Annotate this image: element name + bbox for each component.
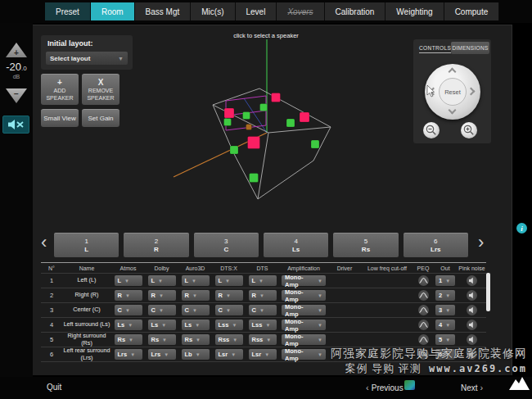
quit-button[interactable]: Quit: [47, 383, 61, 392]
tab-dimensions[interactable]: DIMENSIONS: [451, 42, 489, 54]
green-speaker-cube[interactable]: [286, 119, 295, 127]
dolby-dropdown[interactable]: R▼: [148, 290, 176, 301]
atmos-dropdown[interactable]: Ls▼: [115, 320, 142, 330]
next-button[interactable]: Next ›: [461, 383, 483, 392]
volume-up-button[interactable]: +: [6, 43, 27, 57]
out-dropdown[interactable]: 4▼: [435, 320, 455, 330]
pink-noise-button[interactable]: [467, 320, 477, 330]
auro3d-dropdown[interactable]: C▼: [182, 305, 210, 315]
dtsx-dropdown[interactable]: R▼: [215, 290, 243, 301]
zoom-in-button[interactable]: [461, 122, 477, 138]
green-speaker-cube[interactable]: [250, 174, 259, 183]
dts-dropdown[interactable]: Rss▼: [249, 334, 277, 345]
tab-weighting[interactable]: Weighting: [385, 2, 444, 20]
peq-button[interactable]: [418, 305, 429, 315]
pink-noise-button[interactable]: [467, 334, 477, 345]
dtsx-dropdown[interactable]: L▼: [215, 275, 243, 286]
dts-dropdown[interactable]: C▼: [249, 305, 277, 315]
dolby-dropdown[interactable]: Lrs▼: [148, 349, 176, 360]
channel-button-6[interactable]: 6Lrs: [404, 233, 468, 257]
pink-speaker-cube[interactable]: [224, 108, 234, 118]
pink-speaker-cube[interactable]: [300, 112, 309, 122]
tab-preset[interactable]: Preset: [45, 2, 91, 20]
atmos-dropdown[interactable]: C▼: [115, 305, 142, 315]
green-speaker-cube[interactable]: [243, 112, 250, 120]
green-speaker-cube[interactable]: [230, 146, 238, 154]
dts-dropdown[interactable]: L▼: [249, 275, 277, 286]
amplification-dropdown[interactable]: Mono-Amp▼: [282, 334, 326, 345]
speaker-cubes[interactable]: [224, 93, 320, 183]
channel-button-5[interactable]: 5Rs: [333, 233, 398, 257]
peq-button[interactable]: [418, 349, 429, 360]
out-dropdown[interactable]: 5▼: [435, 334, 455, 345]
rotate-down-icon[interactable]: [449, 107, 457, 115]
dolby-dropdown[interactable]: L▼: [148, 275, 176, 286]
out-dropdown[interactable]: 2▼: [435, 290, 455, 301]
tab-room[interactable]: Room: [91, 2, 135, 20]
green-speaker-cube[interactable]: [311, 140, 319, 148]
tab-mic-s[interactable]: Mic(s): [191, 2, 235, 20]
layout-select-dropdown[interactable]: Select layout ▼: [46, 52, 128, 65]
dolby-dropdown[interactable]: Rs▼: [148, 334, 176, 345]
channel-scroll-right-icon[interactable]: ›: [478, 232, 484, 253]
tab-controls[interactable]: CONTROLS: [419, 45, 451, 53]
channel-scroll-left-icon[interactable]: ‹: [41, 232, 47, 253]
peq-button[interactable]: [418, 334, 429, 345]
pink-speaker-cube[interactable]: [272, 93, 281, 102]
3d-room-view[interactable]: click to select a speaker: [164, 26, 409, 215]
auro3d-dropdown[interactable]: Rs▼: [182, 334, 210, 345]
channel-button-3[interactable]: 3C: [194, 233, 259, 257]
dtsx-dropdown[interactable]: C▼: [215, 305, 243, 315]
channel-button-2[interactable]: 2R: [124, 233, 188, 257]
amplification-dropdown[interactable]: Mono-Amp▼: [282, 305, 326, 315]
tab-xovers[interactable]: Xovers: [277, 2, 324, 20]
amplification-dropdown[interactable]: Mono-Amp▼: [282, 275, 326, 286]
auro3d-dropdown[interactable]: Ls▼: [182, 320, 210, 330]
remove-speaker-button[interactable]: X REMOVE SPEAKER: [82, 74, 119, 105]
green-speaker-cube[interactable]: [260, 104, 268, 111]
auro3d-dropdown[interactable]: R▼: [182, 290, 210, 301]
add-speaker-button[interactable]: + ADD SPEAKER: [41, 74, 79, 105]
table-scrollbar[interactable]: [486, 273, 490, 311]
previous-button[interactable]: ‹ Previous: [366, 383, 404, 392]
peq-button[interactable]: [418, 320, 429, 330]
tab-calibration[interactable]: Calibration: [325, 2, 386, 20]
channel-button-4[interactable]: 4Ls: [264, 233, 328, 257]
out-dropdown[interactable]: 3▼: [435, 305, 455, 315]
out-dropdown[interactable]: 6▼: [435, 349, 455, 360]
peq-button[interactable]: [418, 290, 429, 301]
atmos-dropdown[interactable]: Lrs▼: [115, 349, 142, 360]
atmos-dropdown[interactable]: Rs▼: [115, 334, 142, 345]
auro3d-dropdown[interactable]: L▼: [182, 275, 210, 286]
zoom-out-button[interactable]: [423, 122, 440, 138]
green-speaker-cube[interactable]: [224, 119, 232, 126]
atmos-dropdown[interactable]: L▼: [115, 275, 142, 286]
dtsx-dropdown[interactable]: Lss▼: [215, 320, 243, 330]
tab-compute[interactable]: Compute: [444, 2, 500, 20]
out-dropdown[interactable]: 1▼: [435, 275, 455, 286]
amplification-dropdown[interactable]: Mono-Amp▼: [282, 290, 326, 301]
dolby-dropdown[interactable]: C▼: [148, 305, 176, 315]
orange-speaker-cube[interactable]: [246, 125, 252, 130]
reset-button[interactable]: Reset: [439, 78, 467, 106]
dts-dropdown[interactable]: Lss▼: [249, 320, 277, 330]
amplification-dropdown[interactable]: Mono-Amp▼: [282, 349, 326, 360]
small-view-button[interactable]: Small View: [41, 109, 79, 127]
pink-speaker-cube[interactable]: [248, 137, 260, 149]
tab-level[interactable]: Level: [236, 2, 277, 20]
tab-bass-mgt[interactable]: Bass Mgt: [135, 2, 192, 20]
pink-noise-button[interactable]: [467, 349, 477, 360]
pink-noise-button[interactable]: [467, 275, 477, 286]
dts-dropdown[interactable]: Lsr▼: [249, 349, 277, 360]
dtsx-dropdown[interactable]: Rss▼: [215, 334, 243, 345]
auro3d-dropdown[interactable]: Lb▼: [182, 349, 210, 360]
pink-noise-button[interactable]: [467, 305, 477, 315]
peq-button[interactable]: [418, 275, 429, 286]
mute-button[interactable]: [2, 116, 29, 134]
info-icon[interactable]: i: [516, 223, 527, 234]
rotate-right-icon[interactable]: [467, 88, 476, 96]
pink-noise-button[interactable]: [467, 290, 477, 301]
amplification-dropdown[interactable]: Mono-Amp▼: [282, 320, 326, 330]
dolby-dropdown[interactable]: Ls▼: [148, 320, 176, 330]
rotate-up-icon[interactable]: [449, 68, 457, 76]
